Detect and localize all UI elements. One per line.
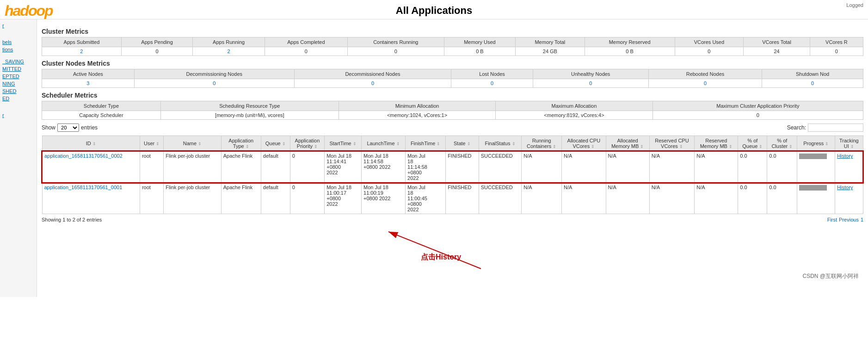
app-name-1: Flink per-job cluster <box>164 151 221 183</box>
sidebar-item-r2[interactable]: r <box>2 111 34 119</box>
col-containers-running: Containers Running <box>347 37 444 47</box>
th-pct-queue[interactable]: % ofQueue ⇕ <box>738 136 767 152</box>
th-reserved-cpu[interactable]: Reserved CPUVCores ⇕ <box>649 136 695 152</box>
app-res-cpu-1: N/A <box>649 151 695 183</box>
val-apps-submitted[interactable]: 2 <box>42 47 122 56</box>
th-id[interactable]: ID ⇕ <box>42 136 140 152</box>
col-memory-total: Memory Total <box>516 37 585 47</box>
col-shutdown-nodes: Shutdown Nod <box>762 69 863 79</box>
val-max-cluster-priority: 0 <box>653 111 863 120</box>
th-app-type[interactable]: ApplicationType ⇕ <box>221 136 261 152</box>
sidebar-item-epted[interactable]: EPTED <box>2 73 34 80</box>
th-state[interactable]: State ⇕ <box>446 136 479 152</box>
th-priority[interactable]: ApplicationPriority ⇕ <box>290 136 324 152</box>
col-vcores-total: VCores Total <box>744 37 810 47</box>
annotation-area: 点击History CSDN @互联网小阿祥 <box>42 227 863 283</box>
app-start-2: Mon Jul 1811:00:17+08002022 <box>325 183 362 214</box>
scheduler-metrics-table: Scheduler Type Scheduling Resource Type … <box>42 101 863 120</box>
th-allocated-cpu[interactable]: Allocated CPUVCores ⇕ <box>562 136 606 152</box>
table-footer: Showing 1 to 2 of 2 entries First Previo… <box>42 217 863 222</box>
pagination-previous[interactable]: Previous <box>839 217 859 222</box>
app-name-2: Flink per-job cluster <box>164 183 221 214</box>
app-type-1: Apache Flink <box>221 151 261 183</box>
col-lost-nodes: Lost Nodes <box>451 69 533 79</box>
th-start-time[interactable]: StartTime ⇕ <box>325 136 362 152</box>
cluster-metrics-title: Cluster Metrics <box>42 28 863 35</box>
val-memory-reserved: 0 B <box>585 47 675 56</box>
col-active-nodes: Active Nodes <box>42 69 135 79</box>
col-apps-running: Apps Running <box>193 37 265 47</box>
th-tracking-ui[interactable]: TrackingUI ⇕ <box>835 136 863 152</box>
scheduler-metrics-title: Scheduler Metrics <box>42 92 863 99</box>
sidebar-item-ed[interactable]: ED <box>2 95 34 102</box>
pagination-1[interactable]: 1 <box>861 217 863 222</box>
th-progress[interactable]: Progress ⇕ <box>797 136 835 152</box>
val-unhealthy-nodes[interactable]: 0 <box>533 79 648 88</box>
logged-in-text: Logged <box>846 2 863 8</box>
app-tracking-2[interactable]: History <box>835 183 863 214</box>
val-apps-running[interactable]: 2 <box>193 47 265 56</box>
col-memory-reserved: Memory Reserved <box>585 37 675 47</box>
col-memory-used: Memory Used <box>444 37 515 47</box>
th-name[interactable]: Name ⇕ <box>164 136 221 152</box>
app-finish-1: Mon Jul1811:14:58+08002022 <box>406 151 446 183</box>
col-apps-completed: Apps Completed <box>265 37 347 47</box>
val-rebooted-nodes[interactable]: 0 <box>648 79 762 88</box>
app-alloc-mem-1: N/A <box>606 151 649 183</box>
app-row-1: application_1658113170561_0002 root Flin… <box>42 151 863 183</box>
cluster-nodes-table: Active Nodes Decommissioning Nodes Decom… <box>42 69 863 88</box>
sidebar-item-labels[interactable]: bels <box>2 38 34 46</box>
sidebar-item-mitted[interactable]: MITTED <box>2 65 34 73</box>
app-state-2: FINISHED <box>446 183 479 214</box>
logo-text: hadoop <box>5 2 53 19</box>
search-input[interactable] <box>808 123 863 132</box>
th-allocated-memory[interactable]: AllocatedMemory MB ⇕ <box>606 136 649 152</box>
app-start-1: Mon Jul 1811:14:41+08002022 <box>325 151 362 183</box>
app-priority-1: 0 <box>290 151 324 183</box>
app-tracking-1[interactable]: History <box>835 151 863 183</box>
app-alloc-cpu-2: N/A <box>562 183 606 214</box>
col-apps-submitted: Apps Submitted <box>42 37 122 47</box>
sidebar-item-0[interactable]: r <box>2 22 34 29</box>
app-user-2: root <box>140 183 163 214</box>
th-pct-cluster[interactable]: % ofCluster ⇕ <box>767 136 797 152</box>
th-queue[interactable]: Queue ⇕ <box>261 136 290 152</box>
app-res-mem-2: N/A <box>695 183 738 214</box>
cluster-nodes-title: Cluster Nodes Metrics <box>42 60 863 67</box>
sidebar: r bels tions _SAVING MITTED EPTED NING S… <box>0 19 37 297</box>
app-progress-1 <box>797 151 835 183</box>
val-memory-total: 24 GB <box>516 47 585 56</box>
app-user-1: root <box>140 151 163 183</box>
val-scheduler-type: Capacity Scheduler <box>42 111 161 120</box>
app-id-2[interactable]: application_1658113170561_0001 <box>42 183 140 214</box>
th-reserved-memory[interactable]: ReservedMemory MB ⇕ <box>695 136 738 152</box>
app-launch-1: Mon Jul 1811:14:58+0800 2022 <box>362 151 406 183</box>
th-final-status[interactable]: FinalStatus ⇕ <box>479 136 522 152</box>
sidebar-item-shed[interactable]: SHED <box>2 87 34 95</box>
th-finish-time[interactable]: FinishTime ⇕ <box>406 136 446 152</box>
col-max-allocation: Maximum Allocation <box>496 101 653 111</box>
sidebar-item-tions[interactable]: tions <box>2 46 34 53</box>
pagination-first[interactable]: First <box>827 217 837 222</box>
th-running-containers[interactable]: RunningContainers ⇕ <box>522 136 562 152</box>
show-entries-select[interactable]: 10 20 50 100 <box>57 123 79 132</box>
val-shutdown-nodes[interactable]: 0 <box>762 79 863 88</box>
app-id-1[interactable]: application_1658113170561_0002 <box>42 151 140 183</box>
th-user[interactable]: User ⇕ <box>140 136 163 152</box>
app-alloc-mem-2: N/A <box>606 183 649 214</box>
search-box: Search: <box>787 123 863 132</box>
app-queue-2: default <box>261 183 290 214</box>
col-scheduler-type: Scheduler Type <box>42 101 161 111</box>
val-lost-nodes[interactable]: 0 <box>451 79 533 88</box>
val-decommissioning-nodes[interactable]: 0 <box>134 79 294 88</box>
csdn-watermark: CSDN @互联网小阿祥 <box>802 272 859 280</box>
val-decommissioned-nodes[interactable]: 0 <box>294 79 451 88</box>
val-apps-completed: 0 <box>265 47 347 56</box>
applications-table: ID ⇕ User ⇕ Name ⇕ ApplicationType ⇕ Que… <box>42 135 863 214</box>
cluster-metrics-table: Apps Submitted Apps Pending Apps Running… <box>42 37 863 56</box>
th-launch-time[interactable]: LaunchTime ⇕ <box>362 136 406 152</box>
val-active-nodes[interactable]: 3 <box>42 79 135 88</box>
sidebar-item-ning[interactable]: NING <box>2 80 34 87</box>
sidebar-item-saving[interactable]: _SAVING <box>2 58 34 65</box>
app-progress-2 <box>797 183 835 214</box>
